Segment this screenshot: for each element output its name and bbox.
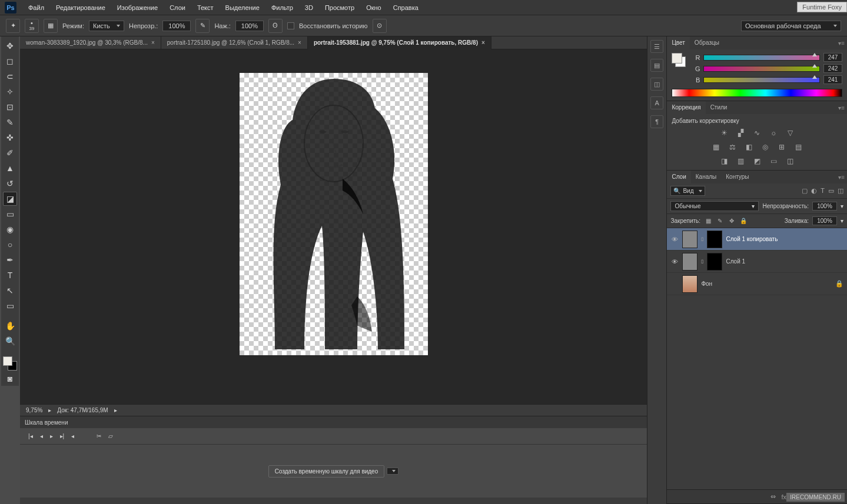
opacity-pressure-icon[interactable]: ✎ — [195, 19, 210, 33]
gradmap-icon[interactable]: ▭ — [768, 156, 779, 166]
tab-paths[interactable]: Контуры — [721, 171, 753, 183]
lock-pixels-icon[interactable]: ✎ — [716, 218, 724, 224]
tab-swatches[interactable]: Образцы — [690, 36, 724, 49]
r-slider[interactable] — [703, 55, 820, 61]
history-icon[interactable]: ☰ — [650, 40, 663, 53]
spectrum-bar[interactable] — [672, 89, 842, 97]
canvas[interactable] — [20, 49, 647, 404]
heal-tool-icon[interactable]: ✜ — [3, 131, 17, 145]
tool-preset-icon[interactable]: ✦ — [6, 19, 20, 33]
pen-tool-icon[interactable]: ✒ — [3, 253, 17, 267]
menu-filter[interactable]: Фильтр — [265, 0, 299, 15]
tab-adjustments[interactable]: Коррекция — [667, 101, 705, 114]
opacity-input[interactable]: 100% — [162, 21, 191, 31]
move-tool-icon[interactable]: ✥ — [3, 39, 17, 53]
restore-checkbox[interactable] — [287, 22, 294, 29]
doc-tab[interactable]: portrait-1953881.jpg @ 9,75% (Слой 1 коп… — [308, 36, 491, 49]
r-value[interactable]: 247 — [823, 53, 842, 62]
exposure-icon[interactable]: ☼ — [768, 128, 779, 138]
lut-icon[interactable]: ▤ — [792, 142, 804, 152]
menu-view[interactable]: Просмотр — [319, 0, 360, 15]
g-value[interactable]: 242 — [823, 64, 842, 73]
doc-tab[interactable]: portrait-1725180.jpg @ 12,6% (Слой 1, RG… — [161, 36, 308, 49]
doc-tab[interactable]: woman-3083389_1920.jpg @ 30,3% (RGB/8...… — [20, 36, 161, 49]
layer-thumb[interactable] — [682, 231, 697, 248]
workspace-dropdown[interactable]: Основная рабочая среда — [741, 21, 841, 31]
actions-icon[interactable]: ▤ — [650, 59, 663, 72]
properties-icon[interactable]: ◫ — [650, 78, 663, 91]
crop-tool-icon[interactable]: ⊡ — [3, 100, 17, 114]
visibility-icon[interactable]: 👁 — [670, 236, 679, 243]
panel-menu-icon[interactable]: ▾≡ — [838, 174, 845, 181]
filter-type-icon[interactable]: T — [821, 187, 825, 195]
brightness-icon[interactable]: ☀ — [718, 128, 730, 138]
visibility-icon[interactable]: 👁 — [670, 258, 679, 265]
layer-thumb[interactable] — [682, 253, 697, 271]
selective-icon[interactable]: ◫ — [784, 156, 796, 166]
threshold-icon[interactable]: ◩ — [751, 156, 763, 166]
shape-tool-icon[interactable]: ▭ — [3, 299, 17, 313]
filter-smart-icon[interactable]: ◫ — [838, 187, 843, 195]
balance-icon[interactable]: ⚖ — [726, 142, 738, 152]
vibrance-icon[interactable]: ▽ — [784, 128, 796, 138]
levels-icon[interactable]: ▞ — [735, 128, 746, 138]
tab-layers[interactable]: Слои — [667, 171, 690, 183]
menu-select[interactable]: Выделение — [220, 0, 265, 15]
tl-trans-icon[interactable]: ▱ — [108, 433, 113, 439]
filter-kind-dropdown[interactable]: 🔍 Вид — [670, 186, 705, 196]
airbrush-icon[interactable]: ʘ — [268, 19, 283, 33]
history-brush-tool-icon[interactable]: ↺ — [3, 176, 17, 191]
menu-3d[interactable]: 3D — [299, 0, 319, 15]
panel-menu-icon[interactable]: ▾≡ — [838, 105, 845, 111]
stamp-tool-icon[interactable]: ▲ — [3, 161, 17, 175]
color-swatch[interactable] — [3, 356, 17, 371]
gradient-tool-icon[interactable]: ▭ — [3, 207, 17, 221]
blend-mode-dropdown[interactable]: Обычные▾ — [670, 201, 759, 211]
filter-image-icon[interactable]: ▢ — [802, 187, 808, 195]
link-layers-icon[interactable]: ⇔ — [770, 493, 776, 500]
zoom-level[interactable]: 9,75% — [26, 407, 42, 413]
tab-channels[interactable]: Каналы — [691, 171, 722, 183]
menu-file[interactable]: Файл — [22, 0, 50, 15]
eyedropper-tool-icon[interactable]: ✎ — [3, 115, 17, 129]
tab-color[interactable]: Цвет — [667, 36, 689, 49]
invert-icon[interactable]: ◨ — [718, 156, 730, 166]
curves-icon[interactable]: ∿ — [751, 128, 763, 138]
zoom-tool-icon[interactable]: 🔍 — [3, 334, 17, 348]
panel-menu-icon[interactable]: ▾≡ — [838, 40, 845, 46]
paragraph-icon[interactable]: ¶ — [650, 115, 663, 128]
tl-next-icon[interactable]: ▸| — [60, 433, 65, 439]
tl-first-icon[interactable]: |◂ — [28, 433, 33, 439]
brush-panel-icon[interactable]: ▦ — [44, 19, 58, 33]
layer-fill-input[interactable]: 100% — [812, 216, 837, 225]
layer-item[interactable]: 👁▯Слой 1 — [667, 251, 847, 273]
lock-transparent-icon[interactable]: ▦ — [704, 218, 712, 224]
menu-text[interactable]: Текст — [191, 0, 220, 15]
fx-icon[interactable]: fx — [782, 493, 787, 500]
brush-preview-icon[interactable]: •39 — [25, 19, 39, 33]
quickmask-icon[interactable]: ◙ — [3, 372, 17, 386]
close-icon[interactable]: × — [298, 36, 301, 49]
color-fgbg[interactable] — [672, 53, 686, 67]
bw-icon[interactable]: ◧ — [743, 142, 755, 152]
layer-thumb[interactable] — [682, 275, 697, 293]
b-value[interactable]: 241 — [823, 75, 842, 84]
photo-filter-icon[interactable]: ◎ — [759, 142, 771, 152]
hand-tool-icon[interactable]: ✋ — [3, 319, 17, 333]
filter-adjust-icon[interactable]: ◐ — [811, 187, 817, 195]
type-tool-icon[interactable]: T — [3, 268, 17, 282]
timeline-type-dropdown[interactable] — [387, 468, 398, 475]
brush-tool-icon[interactable]: ✐ — [3, 146, 17, 160]
menu-window[interactable]: Окно — [360, 0, 387, 15]
tl-prev-icon[interactable]: ◂ — [40, 433, 43, 439]
marquee-tool-icon[interactable]: ◻ — [3, 54, 17, 68]
path-tool-icon[interactable]: ↖ — [3, 283, 17, 298]
character-icon[interactable]: A — [650, 96, 663, 109]
poster-icon[interactable]: ▥ — [735, 156, 746, 166]
menu-edit[interactable]: Редактирование — [50, 0, 111, 15]
menu-help[interactable]: Справка — [387, 0, 424, 15]
menu-layers[interactable]: Слои — [164, 0, 191, 15]
close-icon[interactable]: × — [151, 36, 155, 49]
menu-image[interactable]: Изображение — [111, 0, 164, 15]
mode-dropdown[interactable]: Кисть — [89, 21, 124, 31]
